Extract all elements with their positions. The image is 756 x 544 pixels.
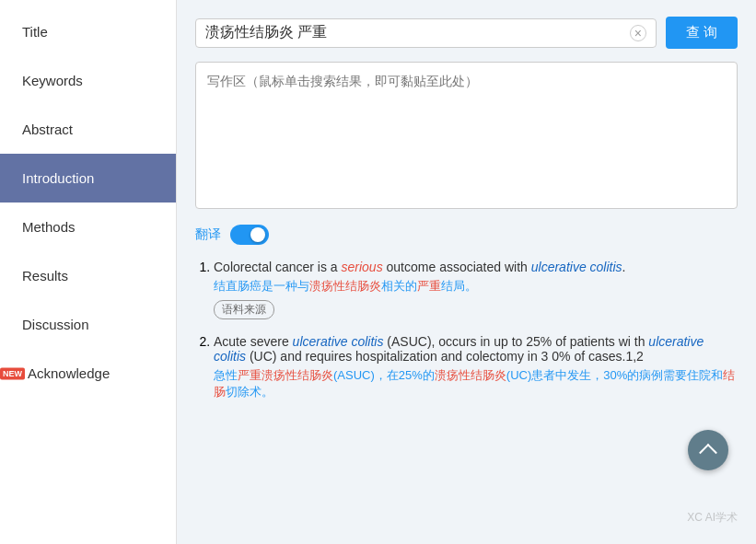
sidebar-item-label: Keywords: [22, 73, 83, 88]
translate-toggle[interactable]: [230, 225, 269, 245]
sidebar-item-label: Abstract: [22, 122, 73, 137]
result-item-1: Colorectal cancer is a serious outcome a…: [214, 260, 738, 319]
sidebar-item-abstract[interactable]: Abstract: [0, 105, 176, 154]
clear-icon[interactable]: ×: [630, 25, 646, 41]
sidebar-item-label: Results: [22, 268, 68, 284]
translate-label: 翻译: [195, 226, 221, 243]
new-badge: NEW: [0, 367, 25, 379]
search-input-wrapper: ×: [195, 18, 657, 48]
main-content: × 查 询 翻译 Colorectal cancer is a serious …: [177, 0, 756, 544]
sidebar-item-label: Methods: [22, 219, 76, 235]
result-2-zh: 急性严重溃疡性结肠炎(ASUC)，在25%的溃疡性结肠炎(UC)患者中发生，30…: [214, 367, 738, 400]
search-input[interactable]: [205, 25, 624, 41]
sidebar: Title Keywords Abstract Introduction Met…: [0, 0, 177, 544]
result-1-en-text: Colorectal cancer is a serious outcome a…: [214, 260, 625, 274]
sidebar-item-acknowledge[interactable]: NEW Acknowledge: [0, 349, 176, 398]
sidebar-item-label: Title: [22, 24, 48, 40]
result-item-2: Acute severe ulcerative colitis (ASUC), …: [214, 334, 738, 400]
sidebar-item-methods[interactable]: Methods: [0, 203, 176, 251]
sidebar-item-introduction[interactable]: Introduction: [0, 154, 176, 203]
watermark: XC AI学术: [687, 510, 738, 526]
sidebar-item-title[interactable]: Title: [0, 7, 176, 56]
toggle-thumb: [250, 227, 265, 242]
translate-row: 翻译: [195, 225, 738, 245]
search-button[interactable]: 查 询: [666, 17, 738, 49]
sidebar-item-label: Discussion: [22, 317, 89, 332]
result-2-en-text: Acute severe ulcerative colitis (ASUC), …: [214, 334, 738, 364]
search-bar: × 查 询: [195, 17, 738, 49]
result-1-zh: 结直肠癌是一种与溃疡性结肠炎相关的严重结局。: [214, 278, 738, 295]
sidebar-item-label: Introduction: [22, 170, 94, 186]
result-2-en: Acute severe ulcerative colitis (ASUC), …: [214, 334, 738, 364]
sidebar-item-results[interactable]: Results: [0, 251, 176, 300]
sidebar-item-label: Acknowledge: [28, 365, 110, 381]
result-1-en: Colorectal cancer is a serious outcome a…: [214, 260, 738, 274]
results-list: Colorectal cancer is a serious outcome a…: [195, 260, 738, 400]
source-tag-1[interactable]: 语料来源: [214, 300, 274, 319]
sidebar-item-discussion[interactable]: Discussion: [0, 300, 176, 349]
scroll-up-button[interactable]: [688, 430, 728, 470]
writing-area[interactable]: [195, 62, 738, 209]
sidebar-item-keywords[interactable]: Keywords: [0, 56, 176, 105]
